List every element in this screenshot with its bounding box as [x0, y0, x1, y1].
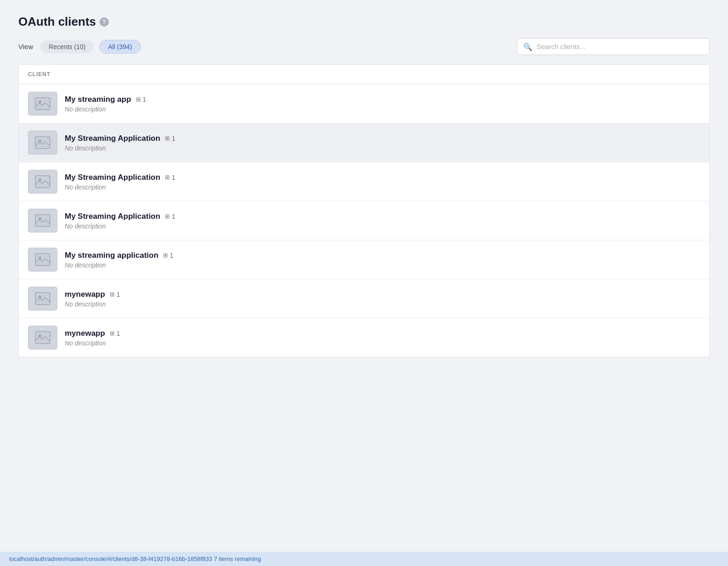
svg-point-5 [39, 178, 41, 181]
page-header: OAuth clients ? [18, 15, 710, 29]
image-placeholder-icon [35, 175, 50, 188]
client-name-row: mynewapp ⊞ 1 [65, 329, 120, 338]
client-name-row: My streaming app ⊞ 1 [65, 95, 146, 104]
org-count: 1 [170, 252, 174, 259]
client-name: My streaming application [65, 251, 158, 260]
client-row[interactable]: My streaming app ⊞ 1 No description [19, 84, 709, 123]
image-placeholder-icon [35, 97, 50, 110]
client-name: My Streaming Application [65, 173, 160, 182]
page-container: OAuth clients ? View Recents (10) All (3… [0, 0, 728, 372]
svg-point-11 [39, 295, 41, 298]
clients-table: CLIENT My streaming app ⊞ 1 [18, 64, 710, 357]
client-info: mynewapp ⊞ 1 No description [65, 290, 120, 308]
org-count: 1 [117, 330, 120, 337]
client-info: My Streaming Application ⊞ 1 No descript… [65, 173, 175, 191]
recents-filter-button[interactable]: Recents (10) [40, 40, 94, 53]
client-org: ⊞ 1 [110, 330, 120, 337]
client-name-row: My streaming application ⊞ 1 [65, 251, 174, 260]
client-row[interactable]: My streaming application ⊞ 1 No descript… [19, 240, 709, 279]
client-row[interactable]: My Streaming Application ⊞ 1 No descript… [19, 162, 709, 201]
client-org: ⊞ 1 [136, 96, 146, 103]
client-thumbnail [28, 248, 57, 272]
client-description: No description [65, 261, 174, 269]
client-thumbnail [28, 170, 57, 194]
search-box: 🔍 [517, 38, 710, 55]
client-description: No description [65, 105, 146, 113]
client-thumbnail [28, 209, 57, 233]
client-name: My Streaming Application [65, 212, 160, 221]
svg-point-7 [39, 217, 41, 220]
org-icon: ⊞ [163, 252, 168, 259]
client-name-row: mynewapp ⊞ 1 [65, 290, 120, 299]
svg-point-13 [39, 334, 41, 337]
client-name-row: My Streaming Application ⊞ 1 [65, 212, 175, 221]
org-count: 1 [172, 213, 175, 220]
image-placeholder-icon [35, 214, 50, 227]
client-info: My Streaming Application ⊞ 1 No descript… [65, 134, 175, 152]
client-description: No description [65, 300, 120, 308]
image-placeholder-icon [35, 253, 50, 266]
image-placeholder-icon [35, 292, 50, 305]
svg-point-9 [39, 256, 41, 259]
org-icon: ⊞ [110, 291, 115, 298]
svg-point-1 [39, 100, 41, 103]
svg-rect-0 [35, 98, 50, 110]
image-placeholder-icon [35, 331, 50, 344]
client-org: ⊞ 1 [163, 252, 174, 259]
help-icon[interactable]: ? [100, 17, 109, 27]
client-row[interactable]: mynewapp ⊞ 1 No description [19, 318, 709, 357]
client-info: My Streaming Application ⊞ 1 No descript… [65, 212, 175, 230]
table-column-header: CLIENT [19, 65, 709, 84]
client-row[interactable]: mynewapp ⊞ 1 No description [19, 279, 709, 318]
client-thumbnail [28, 92, 57, 116]
org-icon: ⊞ [110, 330, 115, 337]
client-row[interactable]: My Streaming Application ⊞ 1 No descript… [19, 123, 709, 162]
svg-rect-2 [35, 137, 50, 149]
image-placeholder-icon [35, 136, 50, 149]
svg-rect-12 [35, 332, 50, 344]
svg-rect-10 [35, 293, 50, 305]
client-description: No description [65, 222, 175, 230]
all-filter-button[interactable]: All (394) [99, 40, 140, 54]
client-name: mynewapp [65, 290, 105, 299]
client-info: My streaming app ⊞ 1 No description [65, 95, 146, 113]
client-description: No description [65, 339, 120, 347]
org-icon: ⊞ [136, 96, 141, 103]
org-count: 1 [117, 291, 120, 298]
client-description: No description [65, 144, 175, 152]
client-info: mynewapp ⊞ 1 No description [65, 329, 120, 347]
org-count: 1 [172, 135, 175, 142]
client-thumbnail [28, 326, 57, 350]
page-title: OAuth clients [18, 15, 96, 29]
client-thumbnail [28, 287, 57, 311]
client-org: ⊞ 1 [165, 213, 175, 220]
client-org: ⊞ 1 [165, 174, 175, 181]
svg-point-3 [39, 139, 41, 142]
client-name: My Streaming Application [65, 134, 160, 143]
client-name-row: My Streaming Application ⊞ 1 [65, 134, 175, 143]
clients-list: My streaming app ⊞ 1 No description [19, 84, 709, 357]
toolbar: View Recents (10) All (394) 🔍 [18, 38, 710, 55]
search-input[interactable] [517, 38, 710, 55]
org-icon: ⊞ [165, 174, 170, 181]
view-label: View [18, 43, 33, 50]
client-name: My streaming app [65, 95, 131, 104]
org-count: 1 [143, 96, 146, 103]
client-org: ⊞ 1 [165, 135, 175, 142]
svg-rect-6 [35, 215, 50, 227]
svg-rect-8 [35, 254, 50, 266]
client-row[interactable]: My Streaming Application ⊞ 1 No descript… [19, 201, 709, 240]
client-org: ⊞ 1 [110, 291, 120, 298]
client-name: mynewapp [65, 329, 105, 338]
org-count: 1 [172, 174, 175, 181]
client-info: My streaming application ⊞ 1 No descript… [65, 251, 174, 269]
org-icon: ⊞ [165, 213, 170, 220]
client-thumbnail [28, 131, 57, 155]
status-bar: localhost/auth/admin/master/console/#/cl… [0, 552, 728, 566]
client-name-row: My Streaming Application ⊞ 1 [65, 173, 175, 182]
svg-rect-4 [35, 176, 50, 188]
org-icon: ⊞ [165, 135, 170, 142]
client-description: No description [65, 183, 175, 191]
